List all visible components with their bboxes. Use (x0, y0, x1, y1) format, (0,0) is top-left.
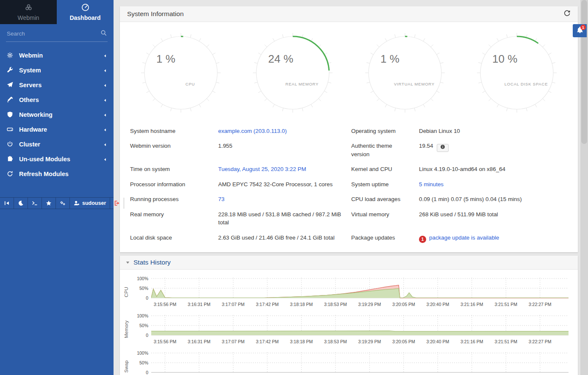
info-value: 1.955 (218, 142, 351, 158)
sidebar-item-networking[interactable]: Networking (0, 107, 114, 122)
user-button[interactable]: sudouser (70, 198, 110, 209)
info-value: Linux 4.19.0-10-amd64 on x86_64 (419, 165, 574, 173)
info-label: CPU load averages (351, 195, 419, 203)
sidebar-item-label: Webmin (19, 52, 43, 59)
sidebar-item-un-used-modules[interactable]: Un-used Modules (0, 152, 114, 166)
tab-webmin[interactable]: Webmin (0, 0, 57, 24)
x-tick-label: 3:18:53 PM (324, 339, 347, 344)
gears-icon (60, 200, 66, 206)
gauges-row: 1 %CPU24 %REAL MEMORY1 %VIRTUAL MEMORY10… (120, 22, 578, 113)
system-information-header: System Information (120, 6, 578, 22)
search-icon[interactable] (100, 30, 107, 38)
info-value[interactable]: Tuesday, August 25, 2020 3:22 PM (218, 165, 351, 173)
info-value[interactable]: example.com (203.0.113.0) (218, 127, 351, 135)
x-tick-label: 3:21:51 PM (494, 339, 517, 344)
caret-down-icon (126, 259, 130, 266)
y-tick: 0 (146, 295, 148, 301)
sidebar-item-servers[interactable]: Servers (0, 77, 114, 92)
sidebar-item-webmin[interactable]: Webmin (0, 48, 114, 63)
terminal-button[interactable] (28, 198, 42, 209)
y-tick: 100% (137, 313, 148, 318)
collapse-sidebar-button[interactable] (0, 198, 14, 209)
info-label: System hostname (130, 127, 218, 135)
gauge-label: VIRTUAL MEMORY (394, 82, 435, 86)
system-info-table: System hostnameexample.com (203.0.113.0)… (120, 113, 578, 252)
info-label: Processor information (130, 180, 218, 188)
terminal-icon (32, 200, 38, 206)
gauge-percent: 24 % (268, 52, 293, 65)
x-tick-label: 3:20:05 PM (392, 339, 415, 344)
gauge-percent: 10 % (492, 52, 517, 65)
notifications-count-badge: 1 (580, 25, 586, 30)
info-label: Package updates (351, 234, 419, 243)
gauge-percent: 1 % (380, 52, 399, 65)
info-value[interactable]: 73 (218, 195, 351, 203)
x-tick-label: 3:20:05 PM (392, 302, 415, 307)
theme-info-button[interactable] (437, 144, 449, 152)
caret-left-icon (103, 141, 107, 148)
x-tick-label: 3:21:51 PM (494, 302, 517, 307)
search-input[interactable] (7, 30, 100, 37)
sidebar-item-system[interactable]: System (0, 63, 114, 77)
favorites-button[interactable] (42, 198, 56, 209)
info-value: 228.18 MiB used / 531.8 MiB cached / 987… (218, 210, 351, 227)
caret-left-icon (103, 52, 107, 59)
caret-left-icon (103, 97, 107, 103)
x-tick-label: 3:15:56 PM (154, 339, 177, 344)
sidebar-item-label: Others (19, 97, 39, 103)
info-value-link[interactable]: Tuesday, August 25, 2020 3:22 PM (218, 166, 306, 172)
caret-left-icon (103, 126, 107, 133)
gauge-real-memory: 24 %REAL MEMORY (252, 32, 333, 113)
sidebar-item-label: Un-used Modules (19, 156, 70, 163)
night-mode-button[interactable] (14, 198, 28, 209)
gauge-cpu: 1 %CPU (140, 32, 222, 113)
caret-left-icon (103, 82, 107, 88)
info-label: Operating system (351, 127, 419, 135)
sidebar-item-hardware[interactable]: Hardware (0, 122, 114, 137)
y-tick: 0 (146, 333, 148, 338)
x-tick-label: 3:22:27 PM (529, 302, 552, 307)
scrollbar-thumb[interactable] (581, 0, 587, 144)
chart-yticks: 100%50%0 (132, 351, 151, 375)
gauge-local-disk-space: 10 %LOCAL DISK SPACE (476, 32, 557, 113)
main-content: System Information 1 %CPU24 %REAL MEMORY… (114, 0, 588, 375)
sidebar-item-cluster[interactable]: Cluster (0, 137, 114, 152)
sidebar-tabs: Webmin Dashboard (0, 0, 114, 24)
gauge-percent: 1 % (156, 52, 175, 65)
x-tick-label: 3:17:07 PM (222, 302, 245, 307)
notifications-button[interactable]: 1 (573, 24, 587, 37)
stats-history-card: Stats History CPU100%50%03:15:56 PM3:16:… (120, 256, 578, 375)
username-label: sudouser (82, 200, 106, 206)
info-value-link[interactable]: 73 (218, 196, 225, 202)
tools-icon (7, 97, 14, 103)
y-tick: 100% (137, 276, 148, 281)
stats-charts: CPU100%50%03:15:56 PM3:16:31 PM3:17:07 P… (120, 270, 578, 375)
x-tick-label: 3:17:42 PM (256, 302, 279, 307)
page-scrollbar[interactable] (580, 0, 588, 375)
info-value[interactable]: 5 minutes (419, 180, 574, 188)
info-label: Running processes (130, 195, 218, 203)
y-tick: 50% (139, 323, 148, 328)
theme-settings-button[interactable] (56, 198, 70, 209)
info-value-link[interactable]: 5 minutes (419, 181, 444, 188)
info-value-link[interactable]: example.com (203.0.113.0) (218, 128, 287, 134)
chart-plot-area (151, 314, 569, 337)
info-value-link[interactable]: package update is available (429, 234, 499, 241)
tab-dashboard-label: Dashboard (69, 14, 100, 21)
info-value: 19.54 (419, 142, 574, 158)
x-tick-label: 3:18:18 PM (290, 339, 313, 344)
sidebar-item-refresh-modules[interactable]: Refresh Modules (0, 166, 114, 181)
logout-button[interactable] (110, 198, 124, 209)
chart-ylabel: Swap (124, 361, 129, 373)
x-tick-label: 3:17:07 PM (222, 339, 245, 344)
gauge-virtual-memory: 1 %VIRTUAL MEMORY (364, 32, 446, 113)
tab-dashboard[interactable]: Dashboard (57, 0, 114, 24)
refresh-button[interactable] (563, 10, 571, 18)
sidebar-item-others[interactable]: Others (0, 92, 114, 107)
x-tick-label: 3:20:40 PM (426, 339, 449, 344)
x-tick-label: 3:21:16 PM (460, 302, 483, 307)
info-value[interactable]: 1package update is available (419, 234, 574, 243)
info-value: AMD EPYC 7542 32-Core Processor, 1 cores (218, 180, 351, 188)
stats-history-header[interactable]: Stats History (120, 256, 578, 270)
reload-icon (563, 10, 571, 18)
